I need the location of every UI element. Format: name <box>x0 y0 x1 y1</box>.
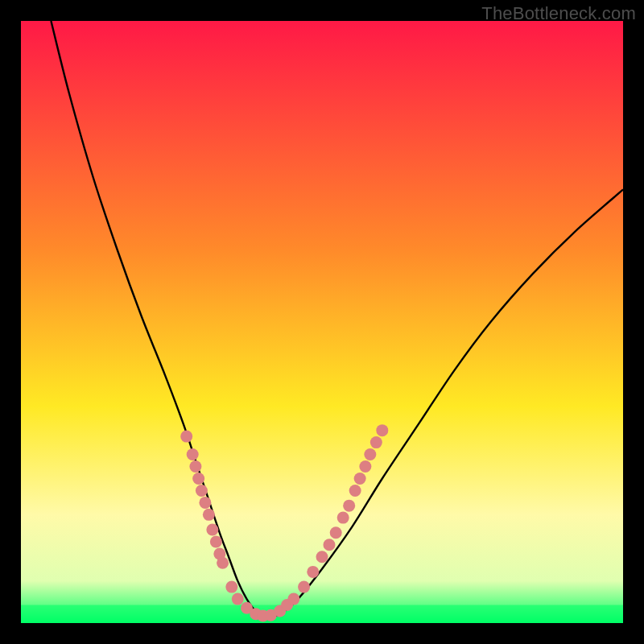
curve-marker <box>180 431 192 443</box>
bottleneck-chart <box>21 21 623 623</box>
curve-marker <box>199 497 211 509</box>
gradient-background <box>21 21 623 623</box>
curve-marker <box>337 512 349 524</box>
curve-marker <box>370 436 382 448</box>
curve-marker <box>192 473 204 485</box>
curve-marker <box>225 581 237 593</box>
curve-marker <box>364 448 376 460</box>
green-band <box>21 605 623 623</box>
curve-marker <box>287 593 299 605</box>
curve-marker <box>316 551 328 563</box>
chart-frame <box>21 21 623 623</box>
curve-marker <box>217 557 229 569</box>
curve-marker <box>376 424 388 436</box>
curve-marker <box>187 448 199 460</box>
watermark-text: TheBottleneck.com <box>481 3 636 24</box>
curve-marker <box>196 485 208 497</box>
curve-marker <box>206 524 218 536</box>
curve-marker <box>359 460 371 473</box>
curve-marker <box>203 509 215 521</box>
curve-marker <box>189 460 201 473</box>
curve-marker <box>343 500 355 512</box>
curve-marker <box>323 539 335 551</box>
curve-marker <box>330 526 342 539</box>
curve-marker <box>298 581 310 593</box>
curve-marker <box>349 485 361 497</box>
curve-marker <box>307 566 319 578</box>
curve-marker <box>354 473 366 485</box>
curve-marker <box>210 536 222 548</box>
curve-marker <box>232 593 244 605</box>
